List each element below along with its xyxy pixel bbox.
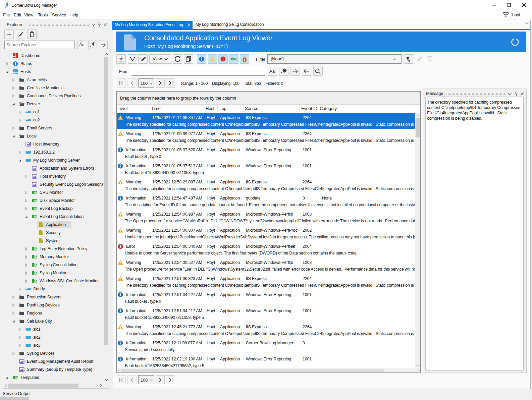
svg-text:Aa: Aa — [269, 69, 275, 74]
svg-text:Aa: Aa — [79, 42, 85, 47]
